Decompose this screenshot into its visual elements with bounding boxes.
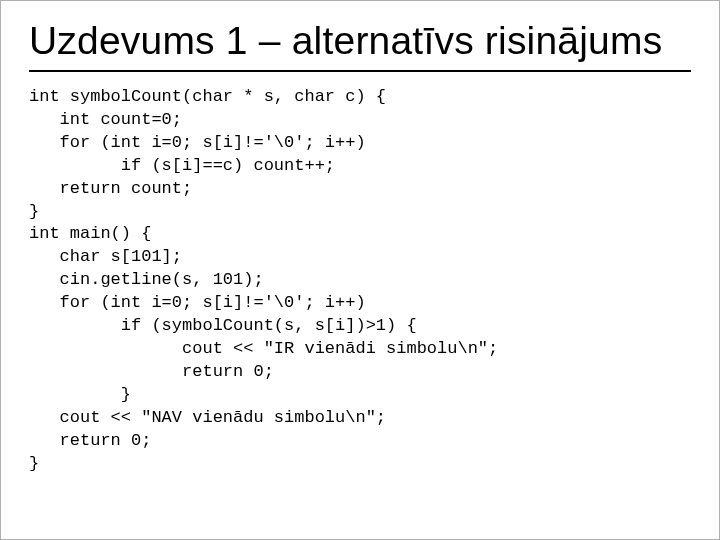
slide: Uzdevums 1 – alternatīvs risinājums int … bbox=[0, 0, 720, 540]
slide-title: Uzdevums 1 – alternatīvs risinājums bbox=[29, 19, 691, 64]
title-block: Uzdevums 1 – alternatīvs risinājums bbox=[29, 19, 691, 72]
code-block: int symbolCount(char * s, char c) { int … bbox=[29, 86, 691, 476]
